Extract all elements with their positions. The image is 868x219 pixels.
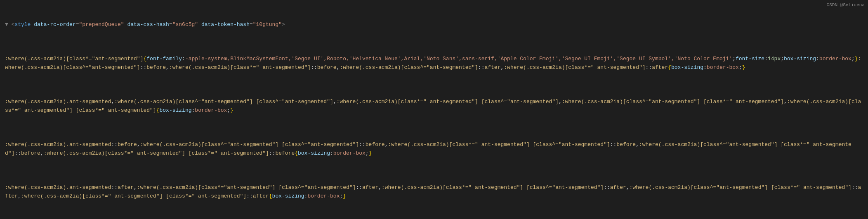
semi-4: ; — [739, 64, 742, 71]
prop-box-sizing-5: box-sizing — [272, 193, 304, 199]
colon-3: : — [816, 56, 819, 62]
space-l4-2 — [530, 141, 533, 148]
line-2: :where(.css-acm2ia)[class^="ant-segmente… — [5, 55, 863, 72]
class-after-2: [class^="ant-segmented"] — [526, 184, 604, 191]
class-before-4: [class*=" ant-segmented"] — [189, 150, 269, 156]
semi-3: ; — [851, 56, 855, 62]
prop-box-sizing-2: box-sizing — [671, 64, 703, 71]
double-colon-5: :: — [111, 141, 118, 148]
attr-data-token-hash: data-token-hash — [198, 21, 250, 28]
pseudo-where-4: :where(.css-acm2ia)[class*=" ant-segment… — [504, 64, 645, 71]
attr-data-rc-order: data-rc-order — [31, 21, 75, 28]
where-before-3: :where(.css-acm2ia)[class*=" ant-segment… — [388, 141, 529, 148]
before-5: before — [616, 141, 636, 148]
after-1: after — [118, 184, 134, 191]
brace-open-2: { — [668, 64, 671, 71]
comma-l4-4: , — [40, 150, 44, 156]
prop-box-sizing: box-sizing — [784, 56, 816, 62]
double-colon-2: :: — [311, 64, 317, 71]
where-before-5: :where(.css-acm2ia)[class*=" ant-segment… — [44, 150, 185, 156]
val-font-size: 14px — [768, 56, 781, 62]
comma-l5-1: , — [134, 184, 137, 191]
attr-data-css-hash: data-css-hash — [124, 21, 169, 28]
pseudo-before-2: before — [317, 64, 337, 71]
brace-close-3: } — [230, 107, 234, 113]
line-5: :where(.css-acm2ia).ant-segmented::after… — [5, 184, 863, 201]
double-colon-10: :: — [111, 184, 118, 191]
double-colon-9: :: — [269, 150, 276, 156]
class-ant-seg: [class^="ant-segmented"] — [256, 99, 333, 105]
double-colon: :: — [140, 64, 147, 71]
brace-open-4: { — [295, 150, 298, 156]
space-2 — [478, 99, 481, 105]
space-l5-4 — [163, 193, 166, 199]
pseudo-after-2: after — [652, 64, 668, 71]
class-ant-seg-4: [class*=" ant-segmented"] — [76, 107, 156, 113]
brace-open-5: { — [269, 193, 272, 199]
comma-line3-2: , — [333, 99, 337, 105]
val-border-box: border-box — [707, 64, 739, 71]
where-sel-3b: :where(.css-acm2ia)[class^="ant-segmente… — [114, 99, 252, 105]
space-3 — [700, 99, 703, 105]
tag-name-style: style — [14, 21, 31, 28]
colon-2: : — [764, 56, 768, 62]
space-l4 — [278, 141, 282, 148]
comma-l4-1: , — [137, 141, 140, 148]
space-4 — [73, 107, 76, 113]
where-sel-3d: :where(.css-acm2ia)[class^="ant-segmente… — [562, 99, 700, 105]
val-border-box-4: border-box — [307, 193, 340, 199]
before-6: before — [21, 150, 40, 156]
comma-l4-3: , — [636, 141, 639, 148]
before-7: before — [275, 150, 295, 156]
double-colon-8: :: — [14, 150, 21, 156]
selector-where-1: :where(.css-acm2ia)[class^="ant-segmente… — [5, 56, 143, 62]
where-before-1: :where(.css-acm2ia).ant-segmented — [5, 141, 111, 148]
val-font-family: -apple-system,BlinkMacSystemFont,'Segoe … — [185, 56, 732, 62]
code-container: ▼ <style data-rc-order="prependQueue" da… — [0, 0, 868, 219]
attr-value-hash: "sn6c5g" — [172, 21, 198, 28]
where-after-1: :where(.css-acm2ia).ant-segmented — [5, 184, 111, 191]
prop-box-sizing-3: box-sizing — [160, 107, 192, 113]
prop-font-family: font-family — [146, 56, 182, 62]
val-border-box-3: border-box — [333, 150, 366, 156]
line-4: :where(.css-acm2ia).ant-segmented::befor… — [5, 141, 863, 158]
brace-close-4: } — [369, 150, 372, 156]
brace-close-5: } — [343, 193, 346, 199]
colon-4: : — [703, 64, 707, 71]
double-colon-6: :: — [359, 141, 366, 148]
class-after-3: [class*=" ant-segmented"] — [771, 184, 851, 191]
prop-box-sizing-4: box-sizing — [298, 150, 330, 156]
equals-3: = — [250, 21, 253, 28]
double-colon-14: :: — [246, 193, 253, 199]
before-3: before — [118, 141, 137, 148]
after-3: after — [610, 184, 626, 191]
space-l5-3 — [768, 184, 771, 191]
where-before-2: :where(.css-acm2ia)[class^="ant-segmente… — [140, 141, 278, 148]
val-box-sizing: border-box — [819, 56, 851, 62]
before-4: before — [366, 141, 385, 148]
class-ant-seg-2: [class^="ant-segmented"] — [481, 99, 559, 105]
class-before-2: [class^="ant-segmented"] — [533, 141, 610, 148]
comma-l5-4: , — [18, 193, 21, 199]
double-colon-12: :: — [604, 184, 610, 191]
where-after-3: :where(.css-acm2ia)[class*=" ant-segment… — [382, 184, 523, 191]
pseudo-before: before — [146, 64, 166, 71]
brace-close-2: } — [742, 64, 745, 71]
val-border-box-2: border-box — [195, 107, 227, 113]
pseudo-after: after — [484, 64, 500, 71]
semi-5: ; — [227, 107, 230, 113]
line-1: ▼ <style data-rc-order="prependQueue" da… — [5, 21, 863, 29]
double-colon-11: :: — [356, 184, 362, 191]
semi-1: ; — [732, 56, 736, 62]
tag-open-bracket: ▼ < — [5, 21, 14, 28]
pseudo-where-3: :where(.css-acm2ia)[class^="ant-segmente… — [340, 64, 478, 71]
space-l5 — [275, 184, 278, 191]
comma-l5-2: , — [378, 184, 382, 191]
attr-value-token: "10gtung" — [253, 21, 282, 28]
double-colon-3: :: — [478, 64, 485, 71]
colon-6: : — [330, 150, 333, 156]
space-1 — [253, 99, 256, 105]
where-after-5: :where(.css-acm2ia)[class*=" ant-segment… — [21, 193, 163, 199]
class-ant-seg-3: [class*=" ant-segmented"] — [703, 99, 784, 105]
semi-2: ; — [781, 56, 784, 62]
